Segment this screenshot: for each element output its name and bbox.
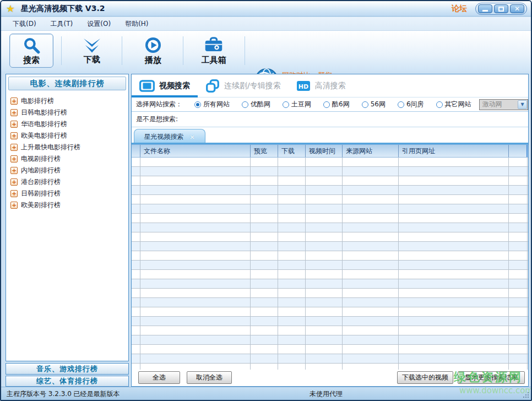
- maximize-button[interactable]: [494, 4, 508, 13]
- menu-settings[interactable]: 设置(O): [80, 17, 118, 31]
- minimize-button[interactable]: [478, 4, 492, 13]
- expand-icon[interactable]: [10, 202, 18, 209]
- sidebar-header-music-games[interactable]: 音乐、游戏排行榜: [6, 363, 129, 375]
- sidebar-item-cn-movie-rank[interactable]: 华语电影排行榜: [10, 118, 128, 130]
- show-more-results-button[interactable]: 显示更多搜索结果: [458, 371, 525, 384]
- column-header[interactable]: 来源网站: [343, 145, 399, 157]
- expand-icon[interactable]: [10, 155, 18, 162]
- other-site-select[interactable]: 激动网 ▼: [479, 99, 528, 110]
- table-cell: [509, 326, 528, 335]
- sidebar-item-tv-rank[interactable]: 电视剧排行榜: [10, 153, 128, 165]
- table-row[interactable]: [132, 261, 528, 270]
- table-row[interactable]: [132, 335, 528, 345]
- sidebar-header-movies[interactable]: 电影、连续剧排行榜: [8, 77, 126, 90]
- site-option-56[interactable]: 56网: [362, 100, 386, 109]
- table-cell: [278, 289, 306, 297]
- column-header[interactable]: 视频时间: [306, 145, 343, 157]
- table-row[interactable]: [132, 195, 528, 204]
- expand-icon[interactable]: [10, 132, 18, 139]
- sidebar-item-rising-movie-rank[interactable]: 上升最快电影排行榜: [10, 142, 128, 153]
- column-header[interactable]: 下载: [278, 145, 306, 157]
- site-option-other[interactable]: 其它网站: [436, 100, 471, 109]
- site-option-tudou[interactable]: 土豆网: [283, 100, 311, 109]
- table-cell: [251, 242, 278, 251]
- sidebar-header-variety-sports[interactable]: 综艺、体育排行榜: [6, 376, 129, 387]
- table-cell: [399, 223, 509, 232]
- table-row[interactable]: [132, 307, 528, 317]
- table-cell: [399, 251, 509, 260]
- expand-icon[interactable]: [10, 144, 18, 151]
- toolbar-play-button[interactable]: 播放: [129, 34, 177, 68]
- table-row[interactable]: [132, 251, 528, 261]
- resize-grip-icon[interactable]: [522, 391, 529, 398]
- table-row[interactable]: [132, 176, 528, 186]
- table-cell: [251, 204, 278, 213]
- sidebar-item-mainland-rank[interactable]: 内地剧排行榜: [10, 165, 128, 176]
- table-cell: [399, 289, 509, 297]
- table-row[interactable]: [132, 279, 528, 289]
- deselect-all-button[interactable]: 取消全选: [187, 371, 232, 384]
- tab-hd-search[interactable]: HD 高清搜索: [289, 74, 354, 97]
- select-all-button[interactable]: 全选: [138, 371, 180, 384]
- table-cell: [306, 167, 343, 176]
- table-row[interactable]: [132, 326, 528, 335]
- table-row[interactable]: [132, 223, 528, 232]
- download-selected-button[interactable]: 下载选中的视频: [397, 371, 453, 384]
- sidebar-item-western-drama-rank[interactable]: 欧美剧排行榜: [10, 199, 128, 211]
- table-row[interactable]: [132, 186, 528, 195]
- expand-icon[interactable]: [10, 190, 18, 197]
- expand-icon[interactable]: [10, 109, 18, 116]
- sidebar-item-movie-rank[interactable]: 电影排行榜: [10, 95, 128, 107]
- expand-icon[interactable]: [10, 178, 18, 186]
- close-tab-icon[interactable]: ×: [189, 133, 196, 141]
- table-cell: [132, 158, 140, 166]
- sidebar-item-jk-movie-rank[interactable]: 日韩电影排行榜: [10, 107, 128, 118]
- sidebar-item-western-movie-rank[interactable]: 欧美电影排行榜: [10, 130, 128, 142]
- column-header-blank[interactable]: [132, 145, 140, 157]
- site-option-6rooms[interactable]: 6间房: [398, 100, 424, 109]
- table-row[interactable]: [132, 204, 528, 214]
- table-row[interactable]: [132, 270, 528, 279]
- result-tab-starlight-search[interactable]: 星光视频搜索 ×: [134, 129, 205, 144]
- menu-tools[interactable]: 工具(T): [44, 17, 80, 31]
- table-body[interactable]: [132, 158, 528, 370]
- menu-download[interactable]: 下载(D): [6, 17, 44, 31]
- column-header[interactable]: 预览: [251, 145, 278, 157]
- forum-link[interactable]: 论坛: [452, 4, 467, 14]
- site-option-all[interactable]: 所有网站: [194, 100, 230, 109]
- table-cell: [306, 176, 343, 185]
- toolbar-search-button[interactable]: 搜索: [9, 34, 53, 68]
- column-header[interactable]: 引用页网址: [399, 145, 509, 157]
- sidebar-item-hktw-rank[interactable]: 港台剧排行榜: [10, 176, 128, 188]
- toolbar-toolbox-button[interactable]: 工具箱: [190, 34, 237, 68]
- table-cell: [140, 158, 251, 166]
- column-header-blank[interactable]: [509, 145, 528, 157]
- menu-help[interactable]: 帮助(H): [118, 17, 155, 31]
- table-row[interactable]: [132, 242, 528, 251]
- toolbar-separator: [183, 36, 183, 65]
- table-row[interactable]: [132, 298, 528, 307]
- expand-icon[interactable]: [10, 167, 18, 174]
- table-row[interactable]: [132, 232, 528, 242]
- column-header[interactable]: 文件名称: [140, 145, 251, 157]
- tab-series-album-search[interactable]: 连续剧/专辑搜索: [198, 74, 289, 97]
- table-cell: [306, 261, 343, 269]
- toolbar-download-button[interactable]: 下载: [68, 34, 116, 68]
- table-row[interactable]: [132, 317, 528, 326]
- site-option-ku6[interactable]: 酷6网: [323, 100, 350, 109]
- tab-label: 连续剧/专辑搜索: [224, 81, 281, 91]
- table-row[interactable]: [132, 289, 528, 298]
- table-row[interactable]: [132, 345, 528, 354]
- table-row[interactable]: [132, 158, 528, 167]
- site-option-youku[interactable]: 优酷网: [242, 100, 270, 109]
- close-button[interactable]: ✕: [510, 4, 524, 13]
- expand-icon[interactable]: [10, 121, 18, 128]
- table-row[interactable]: [132, 214, 528, 223]
- table-row[interactable]: [132, 167, 528, 176]
- table-cell: [140, 279, 251, 288]
- tab-video-search[interactable]: 视频搜索: [132, 74, 198, 97]
- table-row[interactable]: [132, 354, 528, 364]
- table-cell: [343, 167, 399, 176]
- expand-icon[interactable]: [10, 97, 18, 105]
- sidebar-item-jk-drama-rank[interactable]: 日韩剧排行榜: [10, 188, 128, 199]
